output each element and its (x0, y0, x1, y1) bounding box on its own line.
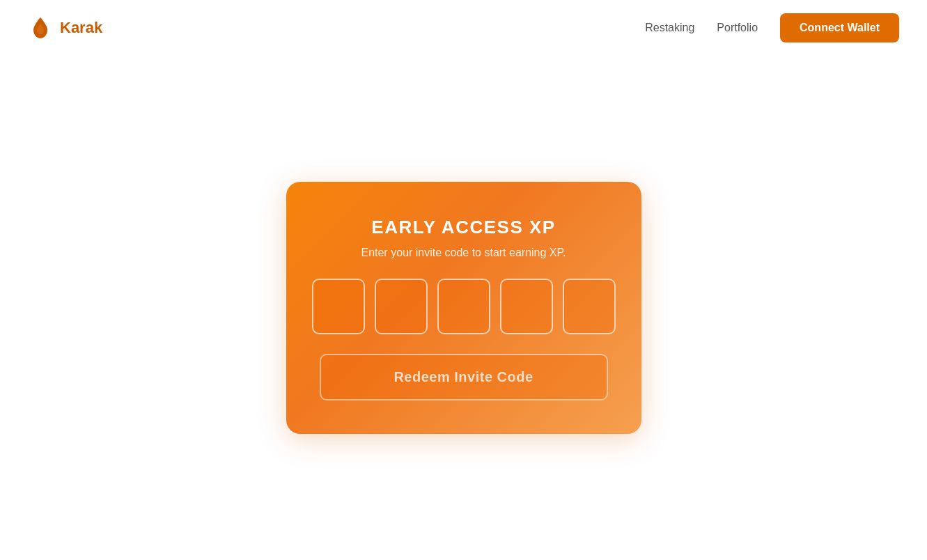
nav: Restaking Portfolio Connect Wallet (645, 13, 899, 42)
early-access-card: EARLY ACCESS XP Enter your invite code t… (286, 182, 641, 434)
code-input-2[interactable] (375, 279, 428, 334)
nav-restaking[interactable]: Restaking (645, 22, 694, 34)
nav-portfolio[interactable]: Portfolio (717, 22, 758, 34)
code-input-4[interactable] (500, 279, 553, 334)
logo[interactable]: Karak (28, 15, 102, 40)
connect-wallet-button[interactable]: Connect Wallet (780, 13, 899, 42)
card-title: EARLY ACCESS XP (371, 217, 555, 238)
logo-text: Karak (60, 19, 102, 37)
redeem-invite-code-button[interactable]: Redeem Invite Code (320, 354, 608, 400)
code-input-1[interactable] (312, 279, 365, 334)
main-content: EARLY ACCESS XP Enter your invite code t… (0, 56, 927, 560)
code-input-5[interactable] (563, 279, 616, 334)
code-input-3[interactable] (437, 279, 490, 334)
header: Karak Restaking Portfolio Connect Wallet (0, 0, 927, 56)
karak-logo-icon (28, 15, 53, 40)
card-subtitle: Enter your invite code to start earning … (361, 247, 566, 259)
invite-code-inputs (312, 279, 616, 334)
